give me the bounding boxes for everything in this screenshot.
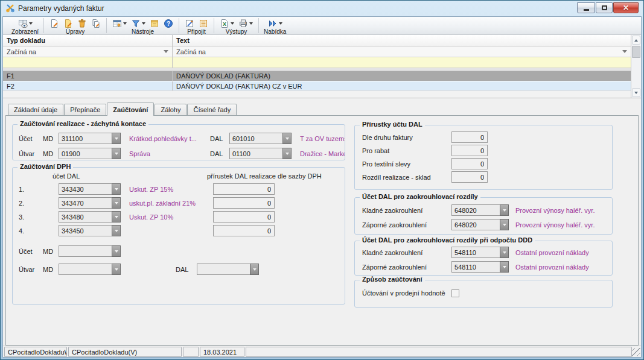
grid-settings-button[interactable] — [112, 18, 127, 29]
filter-operator-text[interactable]: Začíná na — [173, 46, 631, 57]
table-row[interactable]: F2 DAŇOVÝ DOKLAD (FAKTURA) CZ v EUR — [3, 81, 631, 90]
dph-account-input-4[interactable] — [59, 225, 112, 236]
copy-record-button[interactable] — [91, 18, 101, 29]
filter-input-text[interactable] — [173, 57, 631, 68]
dph-utvar-dal-input[interactable] — [197, 264, 250, 275]
menu-button[interactable] — [267, 18, 283, 29]
arrow-up-icon — [634, 39, 638, 42]
column-header-text[interactable]: Text — [173, 35, 631, 46]
tab-zauctovani[interactable]: Zaúčtování — [107, 103, 154, 116]
table-row[interactable]: F1 DAŇOVÝ DOKLAD (FAKTURA) — [3, 71, 631, 81]
lookup-button[interactable] — [500, 204, 509, 216]
lookup-button[interactable] — [500, 247, 509, 258]
lookup-button[interactable] — [112, 211, 121, 223]
field-label: Kladné zaokrouhlení — [362, 207, 451, 214]
scroll-down-button[interactable] — [632, 88, 640, 97]
dph-value-input-2[interactable] — [213, 197, 275, 209]
view-button[interactable] — [18, 18, 33, 29]
window-title: Parametry vydaných faktur — [18, 4, 104, 13]
arrow-down-icon — [634, 92, 638, 94]
prirustek-input-3[interactable] — [451, 158, 488, 169]
lookup-button[interactable] — [500, 261, 509, 273]
md-label: MD — [43, 266, 59, 273]
dropdown-arrow-icon — [249, 22, 253, 25]
dph-account-input-1[interactable] — [59, 183, 112, 195]
scroll-up-button[interactable] — [632, 36, 640, 45]
scrollbar-thumb[interactable] — [632, 46, 640, 58]
utvar-dal-input[interactable] — [229, 148, 283, 159]
excel-icon: X — [220, 19, 229, 28]
group-title: Zaúčtování realizace - záchytná kontace — [18, 120, 148, 127]
dph-account-input-3[interactable] — [59, 211, 112, 223]
lookup-button[interactable] — [112, 148, 121, 159]
lookup-arrow-icon — [115, 202, 118, 204]
print-button[interactable] — [238, 18, 253, 29]
tab-zakladni-udaje[interactable]: Základní údaje — [8, 104, 63, 115]
lookup-button[interactable] — [112, 245, 121, 257]
title-bar[interactable]: Parametry vydaných faktur ✕ — [2, 1, 642, 16]
minimize-button[interactable] — [577, 2, 595, 13]
attach-list-button[interactable] — [198, 18, 209, 29]
vertical-scrollbar[interactable] — [631, 35, 641, 98]
tab-prepinace[interactable]: Přepínače — [64, 104, 106, 115]
tab-label: Zaúčtování — [113, 106, 148, 113]
delete-record-button[interactable] — [77, 18, 88, 29]
checkbox-uctovani-v-prodejni-hodnote[interactable] — [451, 289, 459, 297]
prirustek-input-4[interactable] — [451, 171, 488, 183]
resize-grip[interactable] — [632, 348, 640, 356]
toolbar-group-vystupy: X Výstupy — [214, 17, 258, 34]
account-description: Provozní výnosy haléř. vyr. — [509, 221, 612, 229]
toolbar-group-nabidka: Nabídka — [259, 17, 291, 34]
edit-record-button[interactable] — [63, 18, 74, 29]
ucet-dal-column-header: účet DAL — [53, 172, 80, 180]
filter-operator-typ[interactable]: Začíná na — [3, 46, 173, 57]
kladne-zaokrouhleni-input[interactable] — [451, 204, 500, 216]
filter-button[interactable] — [130, 18, 146, 29]
prirustek-input-2[interactable] — [451, 145, 488, 156]
prirustek-input-1[interactable] — [451, 131, 488, 143]
maximize-button[interactable] — [596, 2, 613, 13]
close-button[interactable]: ✕ — [613, 2, 639, 13]
lookup-button[interactable] — [112, 225, 121, 236]
dph-value-input-3[interactable] — [213, 211, 275, 223]
lookup-button[interactable] — [112, 197, 121, 209]
dph-value-input-1[interactable] — [213, 183, 275, 195]
filter-input-typ[interactable] — [3, 57, 173, 68]
excel-export-button[interactable]: X — [219, 18, 235, 29]
dropdown-arrow-icon — [142, 22, 145, 25]
grid-header-row: Typ dokladu Text — [3, 35, 631, 46]
lookup-button[interactable] — [282, 133, 292, 144]
lookup-button[interactable] — [112, 264, 121, 275]
dph-value-input-4[interactable] — [213, 225, 275, 236]
lookup-arrow-icon — [115, 153, 118, 155]
lookup-button[interactable] — [250, 264, 259, 275]
printer-icon — [238, 19, 248, 28]
kladne-zaokrouhleni-ddd-input[interactable] — [451, 247, 500, 258]
filter-operator-label: Začíná na — [176, 48, 206, 55]
lookup-arrow-icon — [115, 216, 118, 218]
help-button[interactable]: ? — [163, 18, 174, 29]
tab-ciselne-rady[interactable]: Číselné řady — [187, 104, 237, 115]
attach-list-icon — [199, 19, 208, 28]
ucet-dal-input[interactable] — [229, 133, 283, 144]
dph-utvar-md-input[interactable] — [59, 264, 112, 275]
window-settings-button[interactable] — [149, 18, 160, 29]
dal-label: DAL — [210, 135, 229, 142]
attach-edit-button[interactable] — [184, 18, 195, 29]
ucet-md-input[interactable] — [59, 133, 112, 144]
lookup-button[interactable] — [500, 219, 509, 230]
lookup-button[interactable] — [282, 148, 292, 159]
tab-zalohy[interactable]: Zálohy — [155, 104, 187, 115]
utvar-md-input[interactable] — [59, 148, 112, 159]
dph-account-input-2[interactable] — [59, 197, 112, 209]
dph-ucet-md-input[interactable] — [59, 245, 112, 257]
column-header-typ-dokladu[interactable]: Typ dokladu — [3, 35, 173, 46]
toolbar-group-label: Zobrazení — [11, 29, 39, 35]
group-title: Účet DAL pro zaokrouhlovací rozdíly — [360, 193, 480, 200]
lookup-button[interactable] — [112, 183, 121, 195]
lookup-button[interactable] — [112, 133, 121, 144]
zaporne-zaokrouhleni-input[interactable] — [451, 219, 500, 230]
new-record-button[interactable] — [49, 18, 60, 29]
row-number: 3. — [19, 213, 59, 221]
zaporne-zaokrouhleni-ddd-input[interactable] — [451, 261, 500, 273]
